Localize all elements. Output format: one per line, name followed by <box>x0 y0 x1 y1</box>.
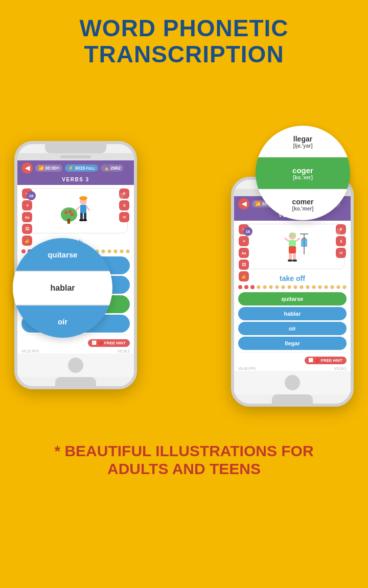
home-button-right[interactable] <box>285 375 300 390</box>
image-btn-left[interactable]: 🖼 <box>22 224 32 234</box>
svg-rect-8 <box>80 205 86 213</box>
text-btn-left[interactable]: Aa <box>22 212 32 222</box>
sun-btn-right[interactable]: ☀ <box>239 236 249 246</box>
left-statusbar: ◀ 📶 30:00+ ⚡ 3015 FULL 🥇 2962 <box>17 160 134 176</box>
footer: * BEAUTIFUL ILLUSTRATIONS FOR ADULTS AND… <box>0 432 368 490</box>
sun-btn-left[interactable]: ☀ <box>22 200 32 210</box>
svg-rect-19 <box>290 233 296 237</box>
svg-rect-1 <box>67 219 70 224</box>
svg-rect-27 <box>301 239 307 247</box>
svg-rect-7 <box>80 197 86 199</box>
pause-btn-right[interactable]: ⏸ <box>336 236 346 246</box>
bubble-right: llegar [lje.'yar] coger [ko.'xer] comer … <box>256 126 350 220</box>
hint-button-right[interactable]: 🅿 🔴 FREE HINT <box>305 357 347 364</box>
svg-line-17 <box>285 238 289 241</box>
svg-line-9 <box>76 206 80 210</box>
svg-rect-22 <box>293 253 296 261</box>
progress-dots-right <box>234 284 351 291</box>
mail-btn-left[interactable]: ✉ <box>119 212 129 222</box>
phone-right-screen: ◀ 📶 30:00+ ⚡ 3380 FULL 🥇 2702 VERBS 3 <box>234 189 351 394</box>
score-left: ⚡ 3015 FULL <box>65 164 98 172</box>
bubble-left-item-2: hablar <box>13 271 112 305</box>
fps-right: V9.42 FPS V5.29.2 <box>234 366 351 371</box>
timer-left: 📶 30:00+ <box>35 164 62 172</box>
svg-line-10 <box>86 206 89 210</box>
card-badge-left: 18 <box>27 191 36 200</box>
fps-left: V9.22 FPS V5.29.2 <box>17 349 134 354</box>
pause-btn-left[interactable]: ⏸ <box>119 200 129 210</box>
thumb-btn-left[interactable]: 👍 <box>22 236 32 246</box>
answer-btn-right-3[interactable]: oír <box>238 322 347 335</box>
hint-bar-left: 🅿 🔴 FREE HINT <box>17 337 134 349</box>
section-header-left: VERBS 3 <box>17 176 134 185</box>
svg-rect-21 <box>289 253 292 261</box>
answer-btn-right-1[interactable]: quitarse <box>238 292 347 305</box>
mail-btn-right[interactable]: ✉ <box>336 248 346 258</box>
answer-btn-right-2[interactable]: hablar <box>238 307 347 320</box>
back-button-right[interactable]: ◀ <box>238 198 249 209</box>
hint-bar-right: 🅿 🔴 FREE HINT <box>234 355 351 366</box>
footer-line1: * BEAUTIFUL ILLUSTRATIONS FOR <box>10 442 358 460</box>
card-right: ✂ ☀ Aa 🖼 👍 👁 ⏸ ✉ 16 ☆ <box>240 224 344 269</box>
card-star-left[interactable]: ☆ <box>118 191 125 201</box>
back-button-left[interactable]: ◀ <box>21 162 33 174</box>
hint-button-left[interactable]: 🅿 🔴 FREE HINT <box>88 339 130 347</box>
home-button-left[interactable] <box>68 358 83 373</box>
card-star-right[interactable]: ☆ <box>334 227 341 237</box>
bubble-left: quitarse hablar oír <box>13 238 112 338</box>
bubble-right-item-1: llegar [lje.'yar] <box>256 126 350 157</box>
footer-line2: ADULTS AND TEENS <box>10 460 358 478</box>
svg-rect-11 <box>80 213 83 220</box>
svg-line-18 <box>296 238 300 241</box>
main-content-area: ◀ 📶 30:00+ ⚡ 3015 FULL 🥇 2962 VERBS 3 <box>5 75 363 432</box>
text-btn-right[interactable]: Aa <box>239 248 249 258</box>
svg-rect-12 <box>84 213 86 220</box>
svg-rect-16 <box>289 240 296 246</box>
bubble-right-item-2: coger [ko.'xer] <box>256 157 350 189</box>
svg-rect-24 <box>292 260 297 262</box>
thumb-btn-right[interactable]: 👍 <box>239 271 249 281</box>
image-btn-right[interactable]: 🖼 <box>239 260 249 270</box>
svg-point-2 <box>64 211 67 214</box>
main-title: WORD PHONETIC TRANSCRIPTION <box>10 15 358 67</box>
svg-point-3 <box>68 210 72 213</box>
app-header: WORD PHONETIC TRANSCRIPTION <box>0 0 368 75</box>
card-word-right: take off <box>237 272 348 284</box>
card-left: ✂ ☀ Aa 🖼 👍 👁 ⏸ ✉ 18 ☆ <box>24 188 128 233</box>
svg-rect-14 <box>83 219 87 221</box>
svg-point-4 <box>71 213 74 216</box>
svg-rect-23 <box>288 260 292 262</box>
card-illustration-left <box>55 192 96 230</box>
card-badge-right: 16 <box>243 227 252 236</box>
svg-rect-13 <box>79 219 83 221</box>
svg-rect-20 <box>289 246 296 253</box>
answer-btn-right-4[interactable]: llegar <box>238 337 347 350</box>
card-illustration-right <box>272 227 313 266</box>
coins-left: 🥇 2962 <box>101 164 124 172</box>
